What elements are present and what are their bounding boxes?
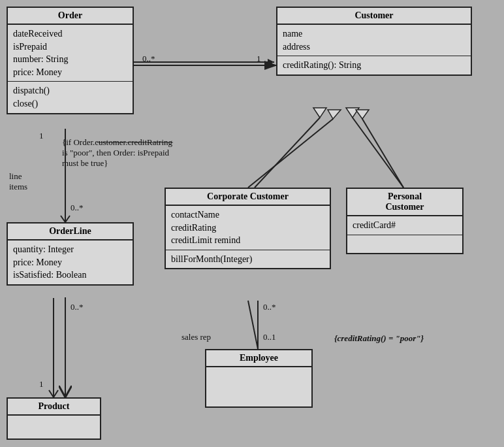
order-title: Order [8, 8, 133, 25]
svg-marker-8 [346, 108, 359, 118]
order-customer-mult-left: 0..* [142, 54, 155, 64]
corporate-customer-attributes: contactNamecreditRatingcreditLimit remin… [166, 206, 330, 250]
employee-title: Employee [206, 350, 311, 367]
corporate-customer-title: Corporate Customer [166, 189, 330, 206]
svg-marker-12 [328, 110, 341, 119]
personal-customer-box: PersonalCustomer creditCard# [346, 188, 464, 254]
product-box: Product [7, 397, 101, 440]
line-items-label: lineitems [9, 171, 27, 191]
employee-empty [206, 367, 311, 406]
orderline-product-mult-bottom: 1 [39, 379, 44, 389]
svg-marker-6 [313, 108, 326, 118]
order-attributes: dateReceivedisPrepaidnumber: Stringprice… [8, 25, 133, 82]
customer-methods: creditRating(): String [277, 56, 471, 74]
svg-line-11 [248, 119, 333, 188]
order-box: Order dateReceivedisPrepaidnumber: Strin… [7, 7, 134, 114]
svg-marker-14 [356, 110, 369, 119]
orderline-box: OrderLine quantity: Integerprice: Moneyi… [7, 222, 134, 286]
constraint-personal: {creditRating() = "poor"} [334, 333, 424, 344]
order-customer-mult-right: 1 [257, 54, 261, 64]
personal-customer-title: PersonalCustomer [347, 189, 462, 216]
orderline-product-mult-top: 0..* [71, 302, 84, 312]
product-title: Product [8, 399, 100, 416]
svg-marker-19 [268, 59, 274, 65]
personal-customer-attributes: creditCard# [347, 216, 462, 235]
constraint-order: {if Order.customer.creditRatringis "poor… [62, 137, 219, 169]
customer-box: Customer nameaddress creditRating(): Str… [276, 7, 472, 76]
svg-line-17 [248, 301, 258, 349]
corp-employee-mult-top: 0..* [263, 302, 276, 312]
product-empty [8, 416, 100, 439]
order-methods: dispatch()close() [8, 82, 133, 112]
orderline-title: OrderLine [8, 224, 133, 240]
svg-line-5 [255, 118, 320, 188]
svg-line-7 [353, 118, 403, 188]
customer-title: Customer [277, 8, 471, 25]
personal-customer-empty [347, 235, 462, 254]
order-orderline-mult-top: 1 [39, 131, 44, 141]
employee-box: Employee [205, 349, 313, 408]
sales-rep-label: sales rep [181, 332, 211, 342]
svg-line-13 [362, 119, 403, 188]
corporate-customer-methods: billForMonth(Integer) [166, 250, 330, 269]
orderline-attributes: quantity: Integerprice: MoneyisSatisfied… [8, 240, 133, 284]
corp-employee-mult-bottom: 0..1 [263, 332, 276, 342]
corporate-customer-box: Corporate Customer contactNamecreditRati… [165, 188, 331, 269]
customer-attributes: nameaddress [277, 25, 471, 56]
order-orderline-mult-bottom: 0..* [71, 203, 84, 213]
